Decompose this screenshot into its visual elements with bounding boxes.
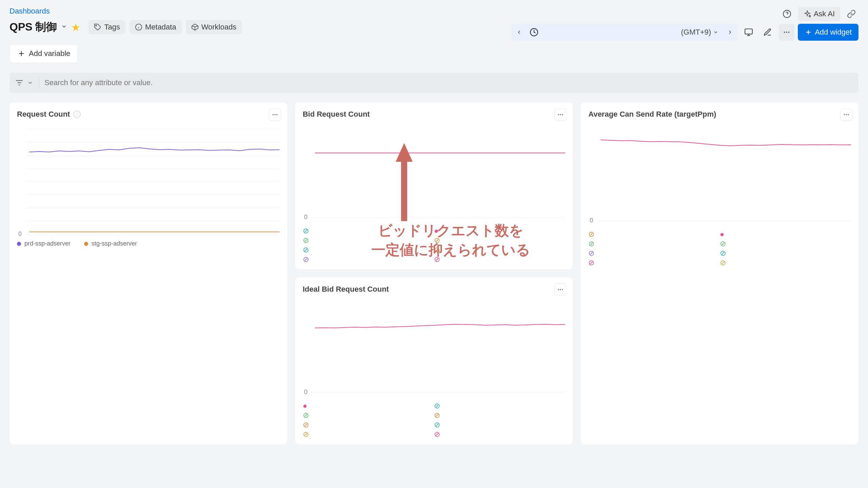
legend-symbol[interactable]: ⊘ bbox=[720, 250, 851, 257]
chart-area: 0 bbox=[303, 125, 566, 217]
add-variable-label: Add variable bbox=[29, 49, 70, 58]
svg-point-31 bbox=[562, 289, 563, 290]
legend-symbol[interactable]: ⊘ bbox=[303, 412, 434, 419]
legend-symbol[interactable]: ⊘ bbox=[434, 402, 565, 410]
legend-symbol[interactable]: ⊘ bbox=[303, 246, 434, 254]
legend-symbol[interactable]: ⊘ bbox=[303, 421, 434, 429]
clock-icon bbox=[527, 28, 541, 37]
card-title: Ideal Bid Request Count bbox=[303, 285, 389, 294]
tag-icon bbox=[94, 23, 101, 31]
chevron-down-icon[interactable] bbox=[27, 80, 33, 86]
filter-icon[interactable] bbox=[15, 78, 24, 87]
legend-item[interactable]: stg-ssp-adserver bbox=[84, 240, 137, 247]
metadata-chip[interactable]: Metadata bbox=[130, 20, 182, 34]
add-widget-button[interactable]: Add widget bbox=[798, 24, 859, 41]
tags-chip[interactable]: Tags bbox=[88, 20, 125, 34]
axis-zero: 0 bbox=[18, 231, 22, 238]
edit-icon[interactable] bbox=[760, 24, 775, 41]
legend-symbol[interactable]: ⊘ bbox=[588, 240, 719, 248]
chart-area: 0 bbox=[588, 129, 851, 220]
svg-point-22 bbox=[272, 114, 273, 115]
legend-symbol[interactable]: ⊘ bbox=[434, 421, 565, 429]
legend-dot bbox=[84, 242, 88, 246]
add-widget-label: Add widget bbox=[815, 28, 852, 37]
workloads-chip[interactable]: Workloads bbox=[186, 20, 242, 34]
svg-point-26 bbox=[560, 114, 561, 115]
link-icon[interactable] bbox=[844, 7, 859, 21]
card-menu-icon[interactable] bbox=[554, 109, 567, 121]
card-menu-icon[interactable] bbox=[269, 109, 281, 121]
ask-ai-label: Ask AI bbox=[814, 9, 835, 18]
legend-item[interactable]: prd-ssp-adserver bbox=[17, 240, 71, 247]
star-icon[interactable]: ★ bbox=[71, 21, 80, 33]
card-bid-request-count: Bid Request Count 0 ⊘ ● ⊘ ⊘ ⊘ ⊘ ⊘ ⊘ bbox=[295, 102, 573, 269]
timerange-next-icon[interactable] bbox=[723, 24, 737, 41]
legend-symbol[interactable]: ⊘ bbox=[720, 240, 851, 248]
breadcrumb[interactable]: Dashboards bbox=[9, 7, 859, 16]
legend-symbol[interactable]: ⊘ bbox=[434, 256, 565, 263]
plus-icon bbox=[805, 28, 812, 36]
svg-point-23 bbox=[274, 114, 275, 115]
svg-point-13 bbox=[786, 32, 787, 33]
more-icon[interactable] bbox=[779, 24, 794, 41]
svg-point-24 bbox=[276, 114, 277, 115]
legend-dot bbox=[17, 242, 21, 246]
search-input[interactable] bbox=[39, 78, 853, 87]
card-title: Request Count bbox=[17, 110, 70, 119]
svg-point-14 bbox=[788, 32, 790, 33]
card-title: Average Can Send Rate (targetPpm) bbox=[588, 110, 716, 119]
workloads-label: Workloads bbox=[201, 23, 237, 32]
add-variable-button[interactable]: Add variable bbox=[9, 44, 78, 63]
display-icon[interactable] bbox=[741, 24, 756, 41]
legend-symbol[interactable]: ⊘ bbox=[434, 246, 565, 254]
legend-grid: ● ⊘ ⊘ ⊘ ⊘ ⊘ ⊘ ⊘ bbox=[303, 402, 566, 438]
card-title: Bid Request Count bbox=[303, 110, 370, 119]
timerange-bar[interactable]: (GMT+9) bbox=[512, 24, 738, 41]
legend-symbol[interactable]: ⊘ bbox=[303, 431, 434, 438]
chart-area: 0 bbox=[17, 129, 280, 234]
legend-symbol[interactable]: ⊘ bbox=[434, 237, 565, 244]
legend-symbol[interactable]: ⊘ bbox=[434, 412, 565, 419]
metadata-label: Metadata bbox=[145, 23, 176, 32]
legend-grid: ⊘ ● ⊘ ⊘ ⊘ ⊘ ⊘ ⊘ bbox=[303, 227, 566, 263]
legend-symbol[interactable]: ⊘ bbox=[588, 250, 719, 257]
info-icon[interactable]: i bbox=[73, 111, 81, 118]
title-chevron-icon[interactable] bbox=[61, 23, 67, 31]
sparkle-icon bbox=[804, 10, 811, 18]
legend-symbol[interactable]: ● bbox=[434, 227, 565, 235]
card-menu-icon[interactable] bbox=[840, 109, 852, 121]
legend-symbol[interactable]: ⊘ bbox=[588, 259, 719, 267]
legend-label: prd-ssp-adserver bbox=[24, 240, 71, 247]
legend-symbol[interactable]: ⊘ bbox=[588, 231, 719, 238]
legend-symbol[interactable]: ⊘ bbox=[303, 256, 434, 263]
card-request-count: Request Count i 0 prd-ssp bbox=[9, 102, 287, 444]
legend-symbol[interactable]: ⊘ bbox=[434, 431, 565, 438]
chart-svg bbox=[29, 129, 280, 234]
card-avg-can-send-rate: Average Can Send Rate (targetPpm) 0 ⊘ ● … bbox=[581, 102, 859, 444]
timezone-select[interactable]: (GMT+9) bbox=[677, 28, 723, 37]
plus-icon bbox=[17, 50, 25, 58]
timerange-prev-icon[interactable] bbox=[512, 24, 527, 41]
svg-point-33 bbox=[846, 114, 847, 115]
legend-label: stg-ssp-adserver bbox=[92, 240, 137, 247]
chevron-down-icon bbox=[713, 30, 718, 35]
svg-point-0 bbox=[96, 25, 97, 26]
legend-symbol[interactable]: ● bbox=[720, 231, 851, 238]
svg-point-32 bbox=[844, 114, 845, 115]
chart-area: 0 bbox=[303, 300, 566, 392]
svg-point-25 bbox=[558, 114, 559, 115]
legend-symbol[interactable]: ● bbox=[303, 402, 434, 410]
card-menu-icon[interactable] bbox=[554, 284, 567, 296]
ask-ai-button[interactable]: Ask AI bbox=[798, 7, 840, 21]
help-icon[interactable] bbox=[780, 7, 794, 21]
page-title: QPS 制御 bbox=[9, 20, 57, 35]
legend-symbol[interactable]: ⊘ bbox=[720, 259, 851, 267]
svg-point-30 bbox=[560, 289, 561, 290]
tags-label: Tags bbox=[104, 23, 120, 32]
svg-point-34 bbox=[848, 114, 849, 115]
legend-symbol[interactable]: ⊘ bbox=[303, 227, 434, 235]
legend-symbol[interactable]: ⊘ bbox=[303, 237, 434, 244]
svg-point-12 bbox=[784, 32, 785, 33]
timezone-label: (GMT+9) bbox=[681, 28, 711, 37]
legend-grid: ⊘ ● ⊘ ⊘ ⊘ ⊘ ⊘ ⊘ bbox=[588, 231, 851, 267]
